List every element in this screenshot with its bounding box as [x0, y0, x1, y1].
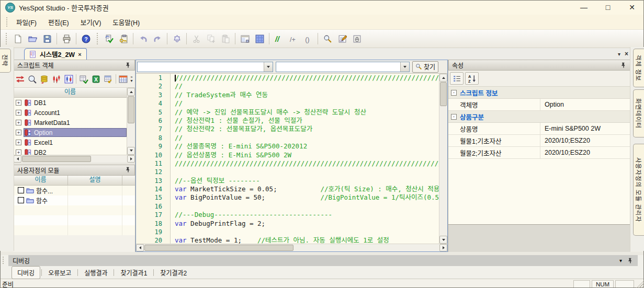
tree-item-option[interactable]: + Option [14, 128, 127, 137]
candle-box-button[interactable] [63, 73, 74, 85]
expand-plus-icon[interactable]: + [16, 149, 21, 155]
code-line[interactable]: 17 //---Debug---------------------------… [136, 211, 439, 219]
key-clipboard-button[interactable] [116, 32, 131, 45]
print-button[interactable] [59, 32, 74, 45]
menu-item-1[interactable]: 편집(E) [42, 15, 75, 29]
code-line[interactable]: 11 /////////////////////////////////////… [136, 159, 439, 168]
comment-add-button[interactable]: /+ [286, 32, 301, 45]
copy-add-button[interactable] [204, 32, 218, 45]
tab-close-icon[interactable]: × [78, 51, 81, 57]
column-header-0[interactable]: 이름 [14, 176, 68, 185]
property-row[interactable]: 상품명 E-mini S&P500 2W [448, 123, 630, 135]
scroll-left-icon[interactable] [14, 155, 21, 163]
debug-tab-4[interactable]: 찾기결과2 [155, 267, 192, 279]
menu-item-3[interactable]: 도움말(H) [107, 15, 145, 29]
scroll-down-icon[interactable] [127, 147, 135, 155]
collapse-minus-icon[interactable]: - [451, 90, 457, 96]
save-button[interactable] [40, 32, 54, 45]
scroll-thumb[interactable] [128, 96, 134, 123]
event-combo[interactable] [276, 62, 410, 72]
module-row[interactable]: 함수 [14, 195, 135, 205]
property-value[interactable]: E-mini S&P500 2W [540, 123, 630, 134]
code-line[interactable]: 8 // [136, 134, 439, 142]
tab-system2-2w[interactable]: 시스템2_2W × [24, 48, 87, 60]
table-import-button[interactable] [103, 73, 114, 85]
property-row[interactable]: 월물2;기초자산 2020/10;ESZ20 [448, 147, 630, 159]
scroll-right-icon[interactable] [439, 244, 447, 251]
module-row[interactable]: 함수... [14, 186, 135, 195]
property-row[interactable]: 객체명 Option [448, 99, 630, 111]
tree-item-account1[interactable]: + Account1 [14, 108, 127, 118]
right-dock-tab[interactable]: 화면데이터 [633, 89, 644, 137]
scroll-down-icon[interactable] [439, 236, 447, 244]
menu-item-0[interactable]: 파일(F) [10, 15, 42, 29]
left-dock-tab[interactable]: 전략 [0, 49, 11, 73]
code-line[interactable]: 16 [136, 202, 439, 211]
code-line[interactable]: 6 // 청산전략1 : 선물 손절가, 선물 익절가 [136, 117, 439, 125]
chevron-down-icon[interactable] [400, 62, 409, 72]
property-category[interactable]: -상품구분 [448, 111, 630, 123]
sort-az-button[interactable]: AZ [465, 72, 479, 85]
candle-chart-button[interactable] [51, 73, 62, 85]
debug-dropdown-icon[interactable]: ▾ [619, 258, 622, 263]
collapse-minus-icon[interactable]: - [451, 114, 457, 120]
code-line[interactable]: 18 var DebugPrintFlag = 2; [136, 220, 439, 228]
right-dock-tab[interactable]: 사용자정의 모듈 관리자 [633, 144, 644, 236]
excel-button[interactable]: X [90, 73, 101, 85]
comment-lines-button[interactable]: // [272, 32, 286, 45]
code-line[interactable]: 7 // 청산전략2 : 선물목표달가, 옵션목표도달가 [136, 125, 439, 133]
code-line[interactable]: 4 // [136, 99, 439, 108]
edit-ok-button[interactable]: OK [335, 32, 349, 45]
blue-grid-button[interactable] [252, 32, 267, 45]
code-line[interactable]: 19 [136, 228, 439, 236]
open-folder-button[interactable] [25, 32, 40, 45]
expand-plus-icon[interactable]: + [16, 110, 21, 116]
expand-plus-icon[interactable]: + [16, 100, 21, 106]
scroll-thumb[interactable] [440, 82, 447, 106]
code-area[interactable]: 1 //////////////////////////////////////… [136, 74, 447, 244]
module-checkbox[interactable] [18, 187, 24, 193]
alarm-bell-button[interactable] [170, 32, 184, 45]
calendar-grid-button[interactable] [118, 73, 129, 85]
expand-plus-icon[interactable]: + [16, 140, 21, 145]
scroll-up-icon[interactable] [127, 88, 135, 96]
debug-tab-1[interactable]: 오류보고 [43, 267, 76, 279]
tree-horizontal-scrollbar[interactable] [14, 155, 135, 163]
scroll-left-icon[interactable] [136, 244, 144, 251]
property-category[interactable]: -스크립트 정보 [448, 87, 630, 99]
scroll-up-icon[interactable] [439, 74, 447, 82]
close-button[interactable]: ✕ [620, 0, 644, 15]
find-button[interactable]: 찾기 [412, 61, 438, 73]
code-line[interactable]: 14 var MarketTickSize = 0.05; //호가(틱 Siz… [136, 185, 439, 193]
maximize-button[interactable]: □ [596, 0, 620, 15]
tree-name-column-header[interactable]: 이름 [14, 88, 127, 98]
cut-button[interactable] [189, 32, 204, 45]
editor-vertical-scrollbar[interactable] [439, 74, 447, 244]
object-combo[interactable] [137, 62, 273, 72]
code-line[interactable]: 15 var BigPointValue = 50; //BigPointVal… [136, 193, 439, 202]
minimize-button[interactable]: — [572, 0, 596, 15]
code-line[interactable]: 3 // TradeSystem과 매수 연동 [136, 91, 439, 99]
code-line[interactable]: 20 var TestMode = 1; //테스트가 아님. 자동 실행시에도… [136, 236, 439, 244]
scroll-thumb[interactable] [144, 245, 293, 251]
grid-export-button[interactable] [78, 73, 89, 85]
property-row[interactable]: 월물1;기초자산 2020/10;ESZ20 [448, 135, 630, 147]
help-button[interactable]: ? [78, 32, 93, 45]
debug-tab-2[interactable]: 실행결과 [79, 267, 112, 279]
menu-item-2[interactable]: 보기(V) [75, 15, 107, 29]
tree-vertical-scrollbar[interactable] [127, 88, 135, 155]
pin-icon[interactable] [125, 167, 131, 173]
toolbar-overflow-button[interactable]: »▼ [130, 75, 134, 83]
editor-horizontal-scrollbar[interactable] [136, 244, 447, 251]
tabstrip-close-icon[interactable]: × [625, 50, 628, 57]
object-browser-button[interactable] [349, 32, 364, 45]
undo-button[interactable] [135, 32, 150, 45]
redo-button[interactable] [150, 32, 165, 45]
tree-item-db2[interactable]: + DB2 [14, 147, 127, 155]
tree-item-excel1[interactable]: + Excel1 [14, 137, 127, 147]
code-line[interactable]: 13 //--옵션 틱정보 -------- [136, 177, 439, 185]
code-line[interactable]: 12 [136, 168, 439, 176]
link-arrows-button[interactable] [14, 73, 26, 85]
column-header-1[interactable]: 설명 [68, 176, 122, 185]
tree-item-marketdata1[interactable]: + MarketData1 [14, 118, 127, 128]
